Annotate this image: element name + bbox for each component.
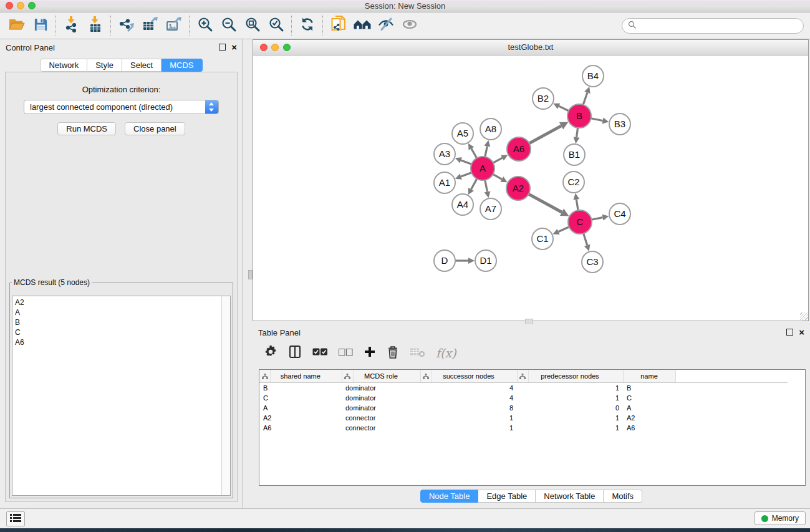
close-panel-icon[interactable]: × [231,44,237,51]
unchecked-boxes-icon [339,347,353,359]
edge-A-A7[interactable] [485,180,488,192]
plus-icon [364,346,376,360]
search-input[interactable] [640,21,803,31]
edge-A-A3[interactable] [461,160,471,164]
run-mcds-button[interactable]: Run MCDS [57,122,116,135]
close-table-panel-icon[interactable]: × [799,329,804,336]
mcds-result-item[interactable]: B [15,317,230,327]
edge-A-A8[interactable] [485,146,488,157]
edge-C-C2[interactable] [576,200,578,211]
edge-A-A2[interactable] [493,174,502,179]
save-session-button[interactable] [29,14,52,37]
table-row[interactable]: Bdominator41B [259,383,788,394]
vertical-scrollbar-thumb[interactable] [248,270,253,279]
delete-table-button[interactable] [410,346,425,360]
zoom-out-button[interactable] [217,14,241,37]
float-panel-icon[interactable] [219,44,226,51]
edge-C-C1[interactable] [559,227,569,232]
table-row[interactable]: Adominator80A [259,403,788,413]
zoom-selected-button[interactable] [264,14,288,37]
session-title: Session: New Session [0,1,810,11]
edge-B-B3[interactable] [591,118,603,121]
tab-style[interactable]: Style [87,59,122,72]
tab-edge-table[interactable]: Edge Table [478,490,536,503]
column-header-successor-nodes[interactable]: successor nodes [420,370,517,383]
export-network-icon [118,16,135,35]
edge-B-B1[interactable] [577,128,578,137]
node-table[interactable]: shared nameMCDS rolesuccessor nodesprede… [259,369,806,486]
select-all-columns-button[interactable] [312,347,328,359]
mcds-panel: Optimization criterion: largest connecte… [5,72,238,502]
table-panel: Table Panel × f(x) s [253,324,810,506]
mcds-result-list[interactable]: A2ABCA6 [12,296,231,496]
refresh-button[interactable] [296,14,319,37]
show-button[interactable] [398,14,422,37]
edge-A-A4[interactable] [471,179,477,190]
edge-B-B2[interactable] [559,106,569,111]
import-table-button[interactable] [84,14,107,37]
tab-motifs[interactable]: Motifs [604,490,642,503]
edge-A6-B[interactable] [529,126,561,143]
table-row[interactable]: A6connector11A6 [259,423,788,433]
node-label-D: D [441,255,448,266]
tab-network[interactable]: Network [40,59,87,72]
criterion-value: largest connected component (directed) [30,102,173,112]
zoom-in-button[interactable] [193,14,217,37]
network-title: testGlobe.txt [253,42,808,52]
edge-arrowhead-icon [485,191,491,198]
export-image-button[interactable] [162,14,186,37]
resize-grip-icon[interactable] [800,312,808,321]
column-header-mcds-role[interactable]: MCDS role [342,370,420,383]
task-history-button[interactable] [6,511,25,526]
tab-node-table[interactable]: Node Table [420,490,479,503]
memory-button[interactable]: Memory [755,511,806,525]
show-column-button[interactable] [288,345,302,361]
network-canvas[interactable]: B4B2BB3A8A5A6A3B1AC2A1A2A4A7C4CC1DC3D1 [253,56,808,321]
close-panel-button[interactable]: Close panel [125,122,185,135]
edge-A-A6[interactable] [493,158,503,163]
search-field[interactable] [622,18,804,34]
result-scrollbar[interactable] [221,296,230,495]
delete-column-button[interactable] [387,345,399,362]
export-table-button[interactable] [138,14,162,37]
hide-button[interactable] [374,14,398,37]
edge-arrowhead-icon [574,137,580,144]
fx-icon: f(x) [436,346,456,360]
column-header-shared-name[interactable]: shared name [259,370,342,383]
table-row[interactable]: Cdominator41C [259,393,788,403]
edge-A-A5[interactable] [471,148,477,158]
column-header-predecessor-nodes[interactable]: predecessor nodes [517,370,623,383]
edge-B-B4[interactable] [583,92,587,105]
network-window-titlebar[interactable]: testGlobe.txt [253,40,808,56]
zoom-fit-button[interactable] [241,14,264,37]
tab-select[interactable]: Select [122,59,162,72]
column-type-icon [342,370,354,382]
edge-A2-C[interactable] [529,194,562,212]
create-column-button[interactable] [364,346,376,360]
criterion-select[interactable]: largest connected component (directed) [24,100,219,114]
mcds-result-item[interactable]: A [15,307,230,317]
edge-C-C3[interactable] [584,233,587,245]
open-browser-button[interactable] [327,14,350,37]
table-settings-button[interactable] [264,345,277,361]
edge-C-C4[interactable] [592,218,603,220]
edge-A-A1[interactable] [461,173,471,177]
network-graph[interactable]: B4B2BB3A8A5A6A3B1AC2A1A2A4A7C4CC1DC3D1 [253,56,808,321]
column-header-name[interactable]: name [623,370,675,383]
tab-mcds[interactable]: MCDS [162,59,202,72]
table-row[interactable]: A2connector11A2 [259,413,788,423]
mcds-result-item[interactable]: C [15,327,230,337]
mcds-result-item[interactable]: A2 [15,297,230,307]
tab-network-table[interactable]: Network Table [536,490,604,503]
window-titlebar: Session: New Session [0,0,810,12]
desktop-background [0,528,810,532]
function-builder-button[interactable]: f(x) [436,346,456,360]
mcds-result-item[interactable]: A6 [15,337,230,347]
home-button[interactable] [350,14,374,37]
open-session-button[interactable] [5,14,29,37]
export-network-button[interactable] [115,14,138,37]
float-table-panel-icon[interactable] [786,329,793,336]
edge-arrowhead-icon [573,193,579,200]
import-network-button[interactable] [60,14,84,37]
unselect-all-columns-button[interactable] [339,347,353,359]
